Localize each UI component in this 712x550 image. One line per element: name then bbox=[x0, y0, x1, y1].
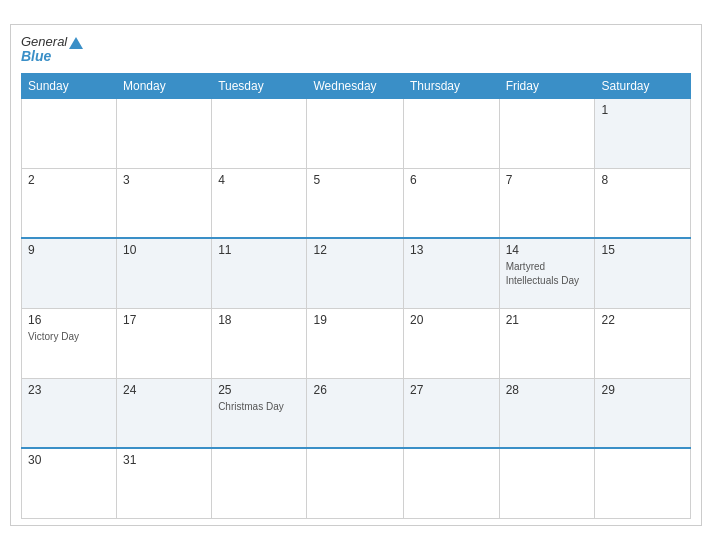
day-number: 11 bbox=[218, 243, 300, 257]
day-number: 28 bbox=[506, 383, 589, 397]
weekday-header-monday: Monday bbox=[117, 73, 212, 98]
day-number: 19 bbox=[313, 313, 397, 327]
calendar-cell: 12 bbox=[307, 238, 404, 308]
weekday-header-friday: Friday bbox=[499, 73, 595, 98]
day-number: 18 bbox=[218, 313, 300, 327]
day-number: 9 bbox=[28, 243, 110, 257]
day-number: 16 bbox=[28, 313, 110, 327]
weekday-header-sunday: Sunday bbox=[22, 73, 117, 98]
calendar-cell: 14Martyred Intellectuals Day bbox=[499, 238, 595, 308]
calendar-cell: 17 bbox=[117, 308, 212, 378]
day-number: 2 bbox=[28, 173, 110, 187]
calendar-cell bbox=[212, 98, 307, 168]
day-number: 22 bbox=[601, 313, 684, 327]
calendar-cell bbox=[595, 448, 691, 518]
calendar-grid: SundayMondayTuesdayWednesdayThursdayFrid… bbox=[21, 73, 691, 519]
day-number: 23 bbox=[28, 383, 110, 397]
day-number: 10 bbox=[123, 243, 205, 257]
calendar-cell bbox=[22, 98, 117, 168]
calendar-header: General Blue bbox=[21, 35, 691, 65]
calendar-cell: 1 bbox=[595, 98, 691, 168]
calendar-cell: 21 bbox=[499, 308, 595, 378]
day-number: 12 bbox=[313, 243, 397, 257]
calendar-cell: 15 bbox=[595, 238, 691, 308]
day-number: 14 bbox=[506, 243, 589, 257]
logo-blue-text: Blue bbox=[21, 49, 83, 64]
calendar-cell bbox=[307, 448, 404, 518]
day-number: 25 bbox=[218, 383, 300, 397]
calendar-cell: 18 bbox=[212, 308, 307, 378]
calendar-cell: 4 bbox=[212, 168, 307, 238]
weekday-header-thursday: Thursday bbox=[403, 73, 499, 98]
holiday-name: Christmas Day bbox=[218, 401, 284, 412]
day-number: 5 bbox=[313, 173, 397, 187]
holiday-name: Martyred Intellectuals Day bbox=[506, 261, 579, 286]
day-number: 21 bbox=[506, 313, 589, 327]
calendar-cell bbox=[117, 98, 212, 168]
calendar-cell: 5 bbox=[307, 168, 404, 238]
day-number: 4 bbox=[218, 173, 300, 187]
logo-triangle-icon bbox=[69, 37, 83, 49]
calendar-cell: 13 bbox=[403, 238, 499, 308]
calendar-container: General Blue SundayMondayTuesdayWednesda… bbox=[10, 24, 702, 526]
calendar-cell: 7 bbox=[499, 168, 595, 238]
weekday-header-tuesday: Tuesday bbox=[212, 73, 307, 98]
calendar-cell: 29 bbox=[595, 378, 691, 448]
calendar-cell bbox=[499, 98, 595, 168]
calendar-cell: 6 bbox=[403, 168, 499, 238]
week-row-3: 16Victory Day171819202122 bbox=[22, 308, 691, 378]
weekday-header-row: SundayMondayTuesdayWednesdayThursdayFrid… bbox=[22, 73, 691, 98]
day-number: 17 bbox=[123, 313, 205, 327]
calendar-cell: 19 bbox=[307, 308, 404, 378]
calendar-cell: 3 bbox=[117, 168, 212, 238]
week-row-5: 3031 bbox=[22, 448, 691, 518]
calendar-cell: 30 bbox=[22, 448, 117, 518]
calendar-cell bbox=[212, 448, 307, 518]
day-number: 20 bbox=[410, 313, 493, 327]
day-number: 24 bbox=[123, 383, 205, 397]
calendar-cell: 24 bbox=[117, 378, 212, 448]
week-row-0: 1 bbox=[22, 98, 691, 168]
day-number: 30 bbox=[28, 453, 110, 467]
day-number: 8 bbox=[601, 173, 684, 187]
day-number: 26 bbox=[313, 383, 397, 397]
calendar-cell: 23 bbox=[22, 378, 117, 448]
calendar-cell bbox=[499, 448, 595, 518]
day-number: 6 bbox=[410, 173, 493, 187]
day-number: 15 bbox=[601, 243, 684, 257]
day-number: 3 bbox=[123, 173, 205, 187]
logo-general-text: General bbox=[21, 35, 83, 49]
logo: General Blue bbox=[21, 35, 83, 65]
day-number: 7 bbox=[506, 173, 589, 187]
week-row-4: 232425Christmas Day26272829 bbox=[22, 378, 691, 448]
calendar-cell: 25Christmas Day bbox=[212, 378, 307, 448]
weekday-header-saturday: Saturday bbox=[595, 73, 691, 98]
calendar-cell bbox=[307, 98, 404, 168]
week-row-2: 91011121314Martyred Intellectuals Day15 bbox=[22, 238, 691, 308]
day-number: 13 bbox=[410, 243, 493, 257]
calendar-cell: 16Victory Day bbox=[22, 308, 117, 378]
calendar-cell: 31 bbox=[117, 448, 212, 518]
holiday-name: Victory Day bbox=[28, 331, 79, 342]
calendar-cell: 22 bbox=[595, 308, 691, 378]
calendar-cell: 10 bbox=[117, 238, 212, 308]
day-number: 1 bbox=[601, 103, 684, 117]
day-number: 31 bbox=[123, 453, 205, 467]
calendar-cell bbox=[403, 98, 499, 168]
calendar-cell bbox=[403, 448, 499, 518]
calendar-cell: 8 bbox=[595, 168, 691, 238]
calendar-cell: 20 bbox=[403, 308, 499, 378]
calendar-cell: 27 bbox=[403, 378, 499, 448]
calendar-cell: 2 bbox=[22, 168, 117, 238]
weekday-header-wednesday: Wednesday bbox=[307, 73, 404, 98]
calendar-cell: 9 bbox=[22, 238, 117, 308]
week-row-1: 2345678 bbox=[22, 168, 691, 238]
calendar-cell: 26 bbox=[307, 378, 404, 448]
calendar-cell: 28 bbox=[499, 378, 595, 448]
day-number: 29 bbox=[601, 383, 684, 397]
calendar-cell: 11 bbox=[212, 238, 307, 308]
day-number: 27 bbox=[410, 383, 493, 397]
